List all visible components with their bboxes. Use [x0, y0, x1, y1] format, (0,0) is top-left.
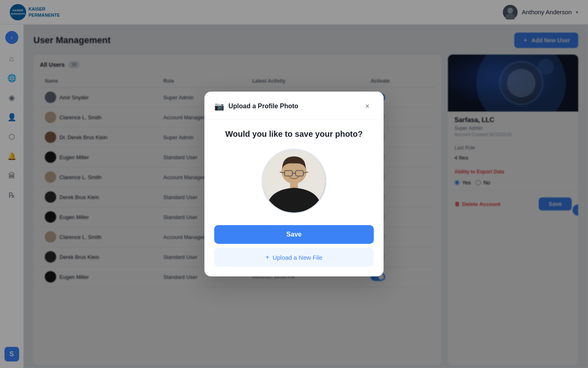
modal-overlay[interactable]: 📷 Upload a Profile Photo × Would you lik… — [0, 0, 588, 368]
modal-body: Would you like to save your photo? — [204, 120, 384, 276]
modal-header: 📷 Upload a Profile Photo × — [204, 92, 384, 120]
upload-new-file-button[interactable]: + Upload a New File — [214, 248, 374, 267]
upload-button-label: Upload a New File — [272, 254, 323, 261]
close-modal-button[interactable]: × — [361, 100, 374, 113]
upload-profile-photo-modal: 📷 Upload a Profile Photo × Would you lik… — [204, 92, 384, 276]
modal-save-button[interactable]: Save — [214, 225, 374, 244]
modal-title: Upload a Profile Photo — [228, 103, 298, 110]
photo-preview — [261, 149, 327, 214]
modal-question: Would you like to save your photo? — [214, 129, 374, 139]
camera-icon: 📷 — [214, 101, 224, 111]
plus-icon: + — [265, 254, 269, 261]
